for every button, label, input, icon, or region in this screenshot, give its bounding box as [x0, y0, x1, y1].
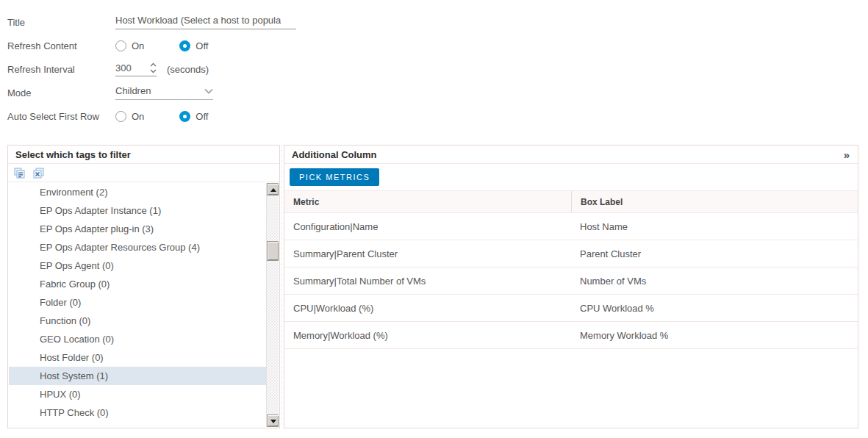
metric-cell: CPU|Workload (%) — [284, 303, 571, 314]
radio-off-icon[interactable] — [179, 40, 190, 51]
metric-cell: Configuration|Name — [284, 221, 571, 232]
tag-list: Environment (2)EP Ops Adapter Instance (… — [9, 183, 279, 427]
metric-column-header[interactable]: Metric — [284, 197, 571, 207]
box-label-column-header[interactable]: Box Label — [571, 191, 858, 212]
scroll-up-button[interactable] — [267, 183, 279, 195]
mode-selected-value: Children — [115, 85, 151, 96]
auto-select-off-option[interactable]: Off — [179, 111, 208, 122]
tag-list-item[interactable]: Folder (0) — [9, 293, 266, 312]
tag-list-item[interactable]: GEO Location (0) — [9, 330, 266, 348]
metric-table-row[interactable]: Summary|Total Number of VMs Number of VM… — [284, 268, 858, 295]
metric-table-row[interactable]: Configuration|Name Host Name — [284, 213, 858, 240]
box-label-cell: Memory Workload % — [571, 330, 858, 341]
box-label-cell: Host Name — [571, 221, 858, 232]
auto-select-row: Auto Select First Row On Off — [7, 104, 345, 128]
widget-settings-form: Title Host Workload (Select a host to po… — [7, 10, 345, 128]
tag-list-item[interactable]: EP Ops Adapter plug-in (3) — [9, 220, 266, 238]
tag-list-item[interactable]: Host Folder (0) — [9, 348, 266, 367]
title-input[interactable]: Host Workload (Select a host to popula — [115, 15, 296, 29]
refresh-content-on-option[interactable]: On — [115, 40, 144, 51]
collapse-all-icon[interactable] — [14, 168, 26, 179]
metrics-button-row: PICK METRICS — [284, 164, 858, 191]
tag-list-item[interactable]: HTTP Check (0) — [9, 403, 266, 422]
tags-toolbar — [8, 164, 279, 182]
mode-row: Mode Children — [7, 81, 345, 104]
metrics-table: Metric Box Label Configuration|Name Host… — [284, 191, 858, 349]
radio-off-icon[interactable] — [179, 111, 190, 122]
refresh-content-radio-group: On Off — [115, 40, 208, 51]
refresh-content-row: Refresh Content On Off — [7, 34, 345, 57]
metric-table-row[interactable]: Memory|Workload (%) Memory Workload % — [284, 322, 858, 349]
tags-filter-panel: Select which tags to filter Environment … — [7, 145, 280, 428]
radio-off-label: Off — [196, 111, 208, 122]
widget-config-page: { "form": { "title_label": "Title", "tit… — [0, 0, 868, 438]
tag-list-item[interactable]: Host System (1) — [9, 367, 266, 385]
metric-table-row[interactable]: CPU|Workload (%) CPU Workload % — [284, 295, 858, 322]
metric-cell: Summary|Total Number of VMs — [284, 276, 571, 287]
refresh-content-off-option[interactable]: Off — [179, 40, 208, 51]
refresh-interval-row: Refresh Interval 300 (seconds) — [7, 57, 345, 81]
panel-splitter[interactable] — [280, 145, 283, 428]
additional-column-title: Additional Column — [292, 149, 377, 160]
title-row: Title Host Workload (Select a host to po… — [7, 10, 345, 34]
radio-on-icon[interactable] — [115, 40, 126, 51]
tag-list-item[interactable]: EP Ops Adapter Instance (1) — [9, 201, 266, 220]
mode-label: Mode — [7, 87, 115, 98]
metrics-table-header: Metric Box Label — [284, 191, 858, 213]
radio-on-label: On — [132, 111, 144, 122]
auto-select-radio-group: On Off — [115, 111, 208, 122]
tag-list-item[interactable]: Http Post Adapter Instance (0) — [9, 422, 266, 427]
title-label: Title — [7, 17, 115, 28]
clear-tag-selection-icon[interactable] — [33, 168, 45, 179]
radio-on-icon[interactable] — [115, 111, 126, 122]
box-label-cell: Parent Cluster — [571, 248, 858, 259]
tag-list-item[interactable]: EP Ops Adapter Resources Group (4) — [9, 238, 266, 256]
box-label-cell: Number of VMs — [571, 276, 858, 287]
tag-list-item[interactable]: Function (0) — [9, 312, 266, 330]
tag-list-item[interactable]: Environment (2) — [9, 183, 266, 201]
auto-select-label: Auto Select First Row — [7, 111, 115, 122]
metric-cell: Memory|Workload (%) — [284, 330, 571, 341]
pick-metrics-button[interactable]: PICK METRICS — [290, 168, 379, 186]
radio-off-label: Off — [196, 40, 208, 51]
additional-column-header: Additional Column » — [284, 146, 858, 164]
refresh-interval-suffix: (seconds) — [167, 64, 209, 75]
tag-list-item[interactable]: HPUX (0) — [9, 385, 266, 403]
metric-table-row[interactable]: Summary|Parent Cluster Parent Cluster — [284, 240, 858, 268]
metrics-table-body: Configuration|Name Host Name Summary|Par… — [284, 213, 858, 349]
scroll-down-button[interactable] — [267, 414, 279, 427]
additional-column-panel: Additional Column » PICK METRICS Metric … — [284, 145, 858, 428]
metric-cell: Summary|Parent Cluster — [284, 248, 571, 259]
auto-select-on-option[interactable]: On — [115, 111, 144, 122]
refresh-content-label: Refresh Content — [7, 40, 115, 51]
box-label-cell: CPU Workload % — [571, 303, 858, 314]
tag-list-item[interactable]: Fabric Group (0) — [9, 275, 266, 293]
scrollbar-thumb[interactable] — [267, 241, 279, 261]
radio-on-label: On — [132, 40, 144, 51]
refresh-interval-input[interactable]: 300 — [115, 62, 157, 76]
number-stepper-icon[interactable] — [150, 62, 157, 73]
tag-list-scrollbar[interactable] — [266, 183, 279, 427]
mode-select[interactable]: Children — [115, 85, 213, 100]
collapse-panel-icon[interactable]: » — [844, 146, 849, 164]
refresh-interval-value: 300 — [115, 62, 132, 73]
tag-list-item[interactable]: EP Ops Agent (0) — [9, 256, 266, 275]
refresh-interval-label: Refresh Interval — [7, 64, 115, 75]
chevron-down-icon — [204, 88, 213, 94]
tags-panel-header: Select which tags to filter — [8, 146, 279, 164]
